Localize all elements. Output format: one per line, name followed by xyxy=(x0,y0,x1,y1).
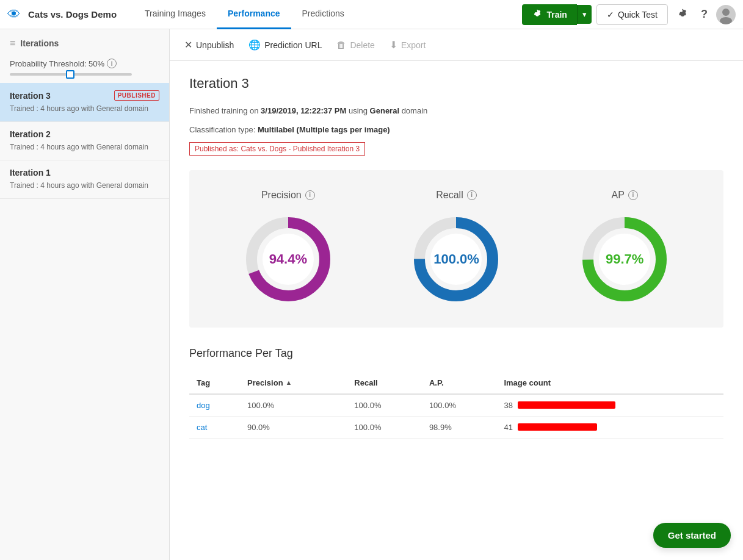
recall-info-icon[interactable]: i xyxy=(467,190,477,200)
quick-test-button[interactable]: ✓ Quick Test xyxy=(596,4,668,25)
export-label: Export xyxy=(401,40,426,50)
export-button[interactable]: ⬇ Export xyxy=(390,37,426,53)
precision-value: 94.4% xyxy=(269,251,307,267)
ap-info-icon[interactable]: i xyxy=(628,190,638,200)
image-count-value: 38 xyxy=(504,401,512,410)
tag-cell: cat xyxy=(189,416,240,438)
delete-label: Delete xyxy=(350,40,374,50)
metrics-card: Precision i 94.4% xyxy=(189,170,723,328)
published-info-text: Published as: Cats vs. Dogs - Published … xyxy=(189,142,365,156)
tag-link[interactable]: cat xyxy=(197,423,207,432)
tag-cell: dog xyxy=(189,394,240,417)
globe-icon: 🌐 xyxy=(248,39,261,51)
recall-value: 100.0% xyxy=(433,251,479,267)
header: 👁 Cats vs. Dogs Demo Training Images Per… xyxy=(0,0,743,29)
bar-chart xyxy=(518,401,615,409)
table-row: dog 100.0% 100.0% 100.0% 38 xyxy=(189,394,723,417)
probability-slider-container xyxy=(10,73,159,76)
train-button[interactable]: Train xyxy=(522,4,576,25)
ap-metric: AP i 99.7% xyxy=(576,190,673,308)
sidebar-item-iteration-1[interactable]: Iteration 1 Trained : 4 hours ago with G… xyxy=(0,160,169,199)
header-actions: Train ▾ ✓ Quick Test ? xyxy=(522,4,736,25)
ap-donut: 99.7% xyxy=(576,210,673,308)
tag-link[interactable]: dog xyxy=(197,401,210,410)
sort-arrow-icon: ▲ xyxy=(286,379,292,386)
col-precision[interactable]: Precision ▲ xyxy=(240,372,347,394)
prediction-url-button[interactable]: 🌐 Prediction URL xyxy=(248,37,322,53)
layers-icon: ≡ xyxy=(10,38,15,49)
ap-value: 99.7% xyxy=(606,251,643,267)
col-recall: Recall xyxy=(347,372,422,394)
image-count-cell: 41 xyxy=(496,416,723,438)
tab-predictions[interactable]: Predictions xyxy=(291,0,355,29)
settings-button[interactable] xyxy=(673,5,692,24)
slider-track xyxy=(10,73,132,76)
precision-label: Precision i xyxy=(261,190,315,201)
col-image-count: Image count xyxy=(496,372,723,394)
ap-cell: 100.0% xyxy=(422,394,497,417)
sidebar-item-iteration-3[interactable]: Iteration 3 PUBLISHED Trained : 4 hours … xyxy=(0,83,169,122)
download-icon: ⬇ xyxy=(390,39,397,51)
col-ap: A.P. xyxy=(422,372,497,394)
iteration-3-header: Iteration 3 PUBLISHED xyxy=(10,90,159,101)
precision-metric: Precision i 94.4% xyxy=(239,190,337,308)
prediction-url-label: Prediction URL xyxy=(264,40,322,50)
help-button[interactable]: ? xyxy=(697,4,711,24)
recall-donut: 100.0% xyxy=(407,210,505,308)
bar-cell: 41 xyxy=(504,423,716,432)
content-body: Iteration 3 Finished training on 3/19/20… xyxy=(170,61,743,453)
recall-cell: 100.0% xyxy=(347,394,422,417)
sidebar-item-iteration-2[interactable]: Iteration 2 Trained : 4 hours ago with G… xyxy=(0,122,169,160)
performance-table: Tag Precision ▲ Recall A.P. xyxy=(189,372,723,439)
checkmark-icon: ✓ xyxy=(607,10,614,20)
probability-section: Probability Threshold: 50% i xyxy=(0,54,169,83)
get-started-button[interactable]: Get started xyxy=(653,523,731,548)
iteration-1-info: Trained : 4 hours ago with General domai… xyxy=(10,180,159,191)
iteration-2-name: Iteration 2 xyxy=(10,129,51,139)
iteration-2-header: Iteration 2 xyxy=(10,129,159,139)
probability-info-icon[interactable]: i xyxy=(107,59,117,68)
iteration-2-info: Trained : 4 hours ago with General domai… xyxy=(10,142,159,153)
tab-training-images[interactable]: Training Images xyxy=(134,0,217,29)
avatar[interactable] xyxy=(716,5,736,24)
bar-cell: 38 xyxy=(504,401,716,410)
table-row: cat 90.0% 100.0% 98.9% 41 xyxy=(189,416,723,438)
app-title: Cats vs. Dogs Demo xyxy=(28,9,117,20)
recall-metric: Recall i 100.0% xyxy=(407,190,505,308)
precision-info-icon[interactable]: i xyxy=(305,190,315,200)
precision-donut: 94.4% xyxy=(239,210,337,308)
precision-cell: 90.0% xyxy=(240,416,347,438)
ap-cell: 98.9% xyxy=(422,416,497,438)
content-toolbar: ✕ Unpublish 🌐 Prediction URL 🗑 Delete ⬇ … xyxy=(170,29,743,61)
train-label: Train xyxy=(546,10,567,20)
iteration-3-info: Trained : 4 hours ago with General domai… xyxy=(10,103,159,114)
main-layout: ≡ Iterations Probability Threshold: 50% … xyxy=(0,29,743,560)
iterations-label: Iterations xyxy=(20,38,59,48)
col-tag: Tag xyxy=(189,372,240,394)
help-icon: ? xyxy=(701,8,708,21)
tab-performance[interactable]: Performance xyxy=(217,0,291,29)
svg-point-1 xyxy=(720,17,732,24)
unpublish-button[interactable]: ✕ Unpublish xyxy=(184,37,234,53)
app-logo-icon: 👁 xyxy=(7,7,21,23)
x-icon: ✕ xyxy=(184,39,192,51)
main-nav: Training Images Performance Predictions xyxy=(134,0,355,29)
probability-label: Probability Threshold: 50% i xyxy=(10,59,159,68)
sidebar: ≡ Iterations Probability Threshold: 50% … xyxy=(0,29,170,560)
bar-chart xyxy=(518,423,597,431)
quick-test-label: Quick Test xyxy=(618,10,658,20)
iteration-3-name: Iteration 3 xyxy=(10,91,51,101)
recall-label: Recall i xyxy=(436,190,476,201)
iteration-1-header: Iteration 1 xyxy=(10,168,159,178)
published-badge: PUBLISHED xyxy=(114,90,159,101)
ap-label: AP i xyxy=(611,190,637,201)
recall-cell: 100.0% xyxy=(347,416,422,438)
iteration-meta-line1: Finished training on 3/19/2019, 12:22:37… xyxy=(189,104,723,118)
gear-icon xyxy=(532,9,543,20)
slider-thumb[interactable] xyxy=(66,70,74,79)
delete-button[interactable]: 🗑 Delete xyxy=(336,37,374,53)
unpublish-label: Unpublish xyxy=(196,40,234,50)
train-dropdown-button[interactable]: ▾ xyxy=(577,5,592,24)
settings-icon xyxy=(676,9,689,21)
svg-point-0 xyxy=(722,9,730,16)
